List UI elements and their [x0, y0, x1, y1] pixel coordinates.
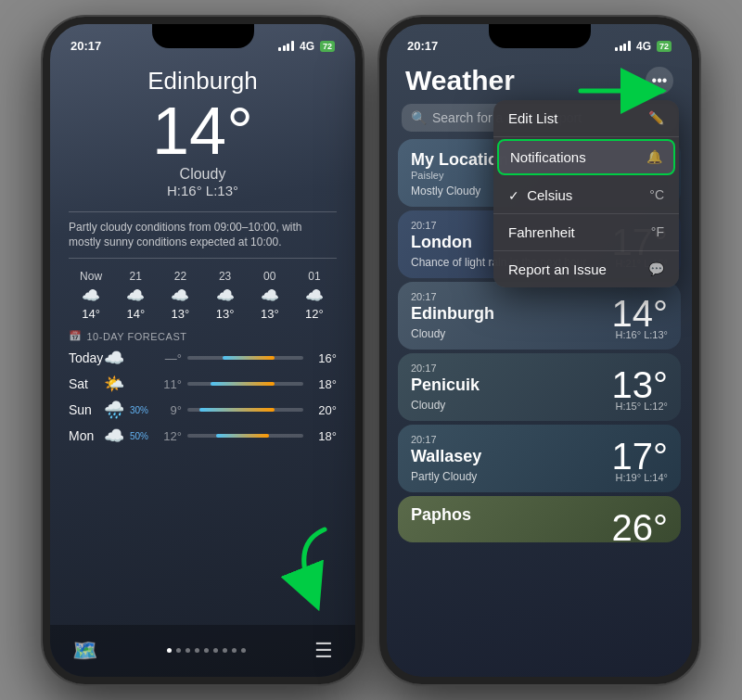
hi-lo: H:16° L:13° — [69, 183, 337, 198]
menu-celsius[interactable]: ✓ Celsius °C — [493, 177, 679, 214]
forecast-sat: Sat 🌤️ 11° 18° — [69, 374, 337, 394]
hour-21: 21 ☁️ 14° — [113, 270, 158, 321]
hour-now: Now ☁️ 14° — [69, 270, 113, 321]
list-icon[interactable]: ☰ — [314, 639, 333, 663]
battery-right: 72 — [657, 41, 672, 52]
time-left: 20:17 — [70, 39, 101, 53]
right-phone: 20:17 4G 72 Weather ••• 🔍 Search for a c… — [379, 17, 699, 684]
bell-icon: 🔔 — [646, 149, 662, 164]
notifications-label: Notifications — [510, 149, 586, 165]
city-name: Edinburgh — [69, 67, 337, 95]
page-dots — [167, 648, 246, 653]
hour-23: 23 ☁️ 13° — [203, 270, 248, 321]
map-icon[interactable]: 🗺️ — [72, 639, 97, 663]
card-edinburgh[interactable]: 20:17 Edinburgh Cloudy 14° H:16° L:13° — [398, 282, 681, 350]
report-icon: 💬 — [648, 261, 664, 276]
search-icon: 🔍 — [411, 110, 427, 125]
ten-day-header: 📅 10-DAY FORECAST — [69, 330, 337, 342]
bottom-toolbar: 🗺️ ☰ — [50, 625, 355, 677]
network-left: 4G — [300, 40, 314, 53]
network-right: 4G — [636, 40, 651, 53]
card-penicuik[interactable]: 20:17 Penicuik Cloudy 13° H:15° L:12° — [398, 353, 681, 421]
time-right: 20:17 — [407, 39, 438, 53]
signal-icon-right — [615, 41, 631, 51]
green-arrow-down — [283, 525, 339, 603]
card-wallasey[interactable]: 20:17 Wallasey Partly Cloudy 17° H:19° L… — [398, 425, 681, 492]
menu-fahrenheit[interactable]: Fahrenheit °F — [493, 214, 679, 251]
dropdown-menu: Edit List ✏️ Notifications 🔔 ✓ Celsius °… — [493, 100, 679, 287]
main-temp: 14° — [69, 97, 337, 164]
battery-left: 72 — [320, 41, 335, 52]
forecast-text: Partly cloudy conditions from 09:00–10:0… — [69, 211, 337, 260]
green-arrow-right — [581, 72, 673, 113]
forecast-today: Today ☁️ —° 16° — [69, 348, 337, 368]
card-paphos[interactable]: Paphos 26° — [398, 496, 681, 542]
calendar-icon: 📅 — [69, 330, 83, 342]
celsius-icon: °C — [649, 187, 664, 202]
forecast-mon: Mon ☁️ 50% 12° 18° — [69, 426, 337, 446]
fahrenheit-icon: °F — [651, 224, 664, 239]
hour-01: 01 ☁️ 12° — [292, 270, 337, 321]
hourly-row: Now ☁️ 14° 21 ☁️ 14° 22 ☁️ 13° 23 ☁️ 13°… — [69, 270, 337, 321]
list-title: Weather — [405, 65, 515, 96]
signal-icon — [278, 41, 294, 51]
status-right-left: 4G 72 — [278, 40, 335, 53]
menu-notifications[interactable]: Notifications 🔔 — [497, 139, 675, 175]
main-condition: Cloudy — [69, 166, 337, 183]
left-phone: 20:17 4G 72 Edinburgh 14° Cloudy H:16° L… — [43, 17, 363, 684]
forecast-sun: Sun 🌧️ 30% 9° 20° — [69, 400, 337, 420]
status-right-right: 4G 72 — [615, 40, 672, 53]
hour-22: 22 ☁️ 13° — [158, 270, 202, 321]
notch — [152, 24, 254, 48]
notch-right — [489, 24, 591, 48]
weather-list: Weather ••• 🔍 Search for a city or airpo… — [387, 59, 692, 677]
menu-report-issue[interactable]: Report an Issue 💬 — [493, 251, 679, 287]
hour-00: 00 ☁️ 13° — [248, 270, 292, 321]
